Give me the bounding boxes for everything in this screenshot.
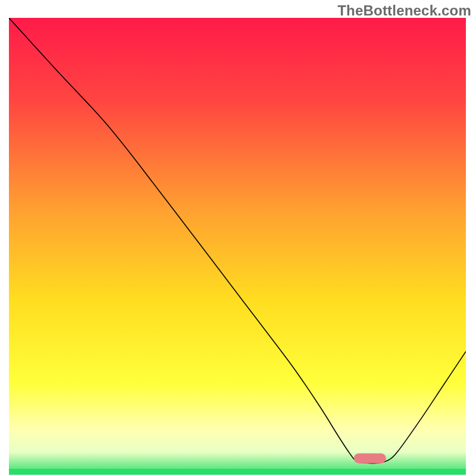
chart-container: TheBottleneck.com — [0, 0, 476, 476]
watermark-text: TheBottleneck.com — [337, 2, 471, 19]
plot-area — [9, 18, 466, 475]
gradient-background — [9, 18, 466, 475]
chart-svg — [9, 18, 466, 475]
optimal-marker — [354, 453, 386, 464]
bottom-green-bar — [9, 469, 466, 475]
